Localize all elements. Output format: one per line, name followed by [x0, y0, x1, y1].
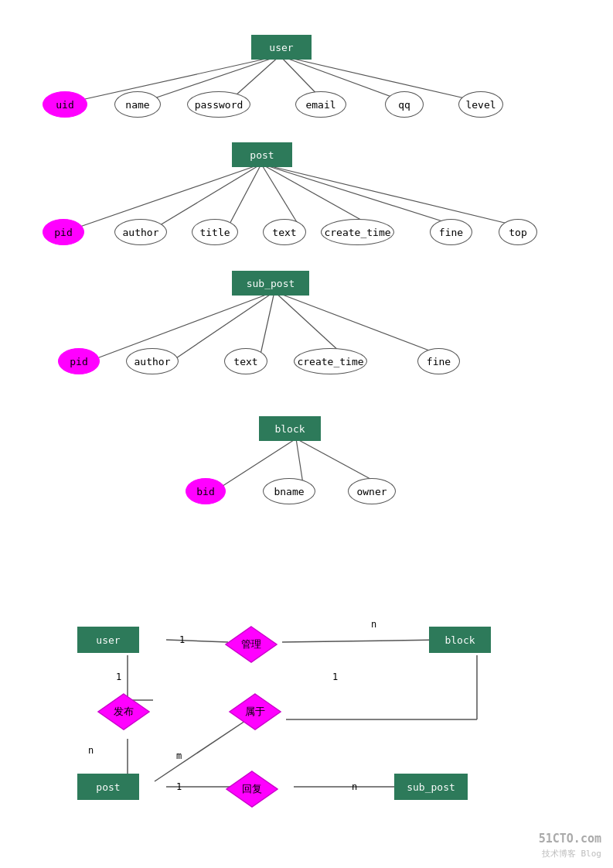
entity-user-top: user [251, 35, 312, 60]
attr-post-fine: fine [430, 219, 472, 245]
svg-marker-31 [226, 627, 277, 662]
svg-line-21 [166, 640, 228, 642]
attr-label-post-title: title [199, 227, 230, 238]
attr-subpost-text: text [224, 348, 267, 374]
attr-label-block-bid: bid [196, 486, 214, 497]
attr-name: name [114, 91, 161, 118]
entity-label-post: post [250, 149, 274, 161]
entity-post: post [232, 142, 292, 167]
mult-belong-m: m [176, 750, 182, 761]
entity-er-user-label: user [96, 634, 120, 646]
entity-er-post-label: post [96, 781, 120, 793]
svg-line-8 [226, 164, 261, 230]
attr-label-post-pid: pid [54, 227, 72, 238]
mult-publish-1: 1 [116, 672, 121, 682]
attr-post-pid: pid [43, 219, 84, 245]
attr-label-subpost-create-time: create_time [297, 356, 363, 367]
attr-label-level: level [465, 99, 496, 111]
svg-line-4 [280, 56, 406, 102]
attr-block-owner: owner [348, 478, 396, 504]
rel-reply-diamond [225, 770, 279, 808]
mult-reply-1: 1 [176, 781, 182, 792]
entity-label-sub-post: sub_post [247, 278, 295, 289]
mult-reply-n: n [352, 781, 357, 792]
attr-label-post-text: text [272, 227, 296, 238]
entity-er-user: user [77, 627, 139, 653]
attr-subpost-author: author [126, 348, 179, 374]
entity-block: block [259, 416, 321, 441]
attr-label-block-bname: bname [274, 486, 304, 497]
watermark-sub: 技术博客 Blog [539, 848, 601, 861]
attr-post-top: top [499, 219, 537, 245]
rel-belong-diamond [228, 692, 282, 731]
svg-line-6 [71, 164, 261, 230]
svg-marker-34 [226, 771, 278, 807]
attr-label-post-author: author [123, 227, 159, 238]
watermark: 51CTO.com 技术博客 Blog [539, 830, 601, 860]
mult-manage-1: 1 [179, 634, 185, 645]
svg-line-0 [71, 56, 280, 102]
attr-level: level [458, 91, 503, 118]
attr-label-password: password [195, 99, 243, 111]
attr-label-subpost-fine: fine [427, 356, 451, 367]
entity-sub-post: sub_post [232, 271, 309, 296]
attr-block-bname: bname [263, 478, 315, 504]
rel-manage-diamond [224, 625, 278, 664]
attr-label-uid: uid [56, 99, 73, 111]
mult-manage-n: n [371, 619, 376, 630]
entity-er-subpost-label: sub_post [407, 781, 455, 793]
attr-label-post-top: top [509, 227, 526, 238]
svg-line-22 [282, 640, 441, 642]
attr-post-author: author [114, 219, 167, 245]
attr-label-subpost-text: text [233, 356, 257, 367]
attr-label-qq: qq [398, 99, 410, 111]
entity-label-block: block [274, 423, 305, 435]
entity-er-block: block [429, 627, 491, 653]
attr-block-bid: bid [186, 478, 226, 504]
mult-publish-n: n [88, 745, 94, 756]
attr-label-name: name [125, 99, 149, 111]
attr-label-post-fine: fine [439, 227, 463, 238]
svg-line-15 [259, 292, 274, 361]
attr-uid: uid [43, 91, 87, 118]
svg-line-12 [261, 164, 533, 230]
svg-marker-33 [230, 694, 281, 730]
attr-subpost-fine: fine [417, 348, 460, 374]
attr-post-title: title [192, 219, 238, 245]
entity-er-block-label: block [444, 634, 475, 646]
attr-password: password [187, 91, 250, 118]
attr-subpost-pid: pid [58, 348, 100, 374]
attr-post-create-time: create_time [321, 219, 394, 245]
attr-subpost-create-time: create_time [294, 348, 367, 374]
attr-qq: qq [385, 91, 424, 118]
attr-email: email [295, 91, 346, 118]
mult-belong-1: 1 [332, 672, 338, 682]
entity-label-user-top: user [269, 42, 293, 53]
svg-marker-32 [98, 694, 149, 730]
attr-label-block-owner: owner [356, 486, 387, 497]
attr-post-text: text [263, 219, 306, 245]
entity-er-post: post [77, 774, 139, 800]
diagram-area: user uid name password email qq level po… [0, 0, 613, 868]
attr-label-subpost-pid: pid [70, 356, 87, 367]
rel-publish-diamond [97, 692, 151, 731]
entity-er-sub-post: sub_post [394, 774, 468, 800]
attr-label-email: email [305, 99, 335, 111]
watermark-site: 51CTO.com [539, 830, 601, 848]
attr-label-post-create-time: create_time [324, 227, 390, 238]
attr-label-subpost-author: author [135, 356, 171, 367]
